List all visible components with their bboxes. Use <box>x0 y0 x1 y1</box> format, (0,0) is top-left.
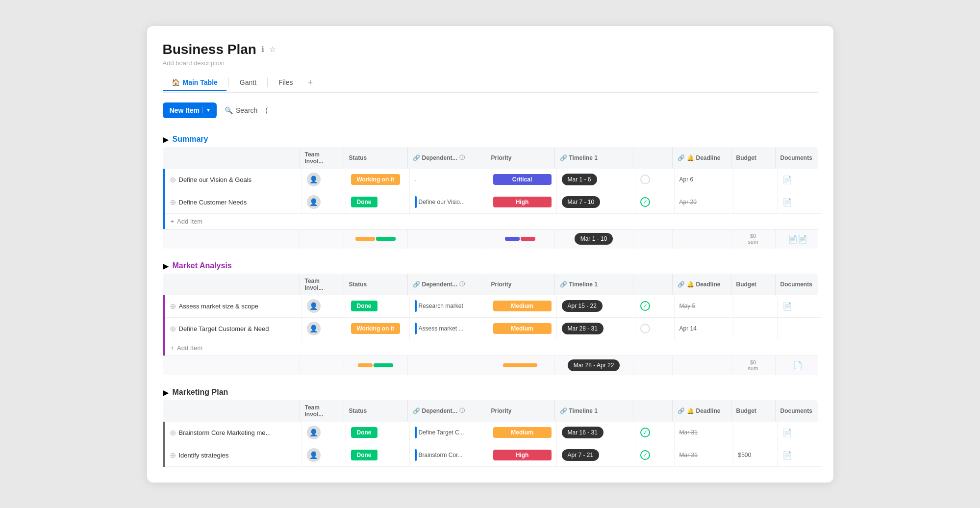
section-marketing-plan: ▶ Marketing Plan Team Invol... Status 🔗 … <box>163 383 818 467</box>
cell-check[interactable] <box>635 318 675 340</box>
priority-badge[interactable]: Critical <box>493 174 552 185</box>
priority-badge[interactable]: High <box>493 197 552 207</box>
doc-icon[interactable]: 📄 <box>782 302 792 311</box>
doc-icon[interactable]: 📄 <box>793 361 803 370</box>
cell-doc[interactable]: 📄 <box>778 295 822 317</box>
col-dep: 🔗 Dependent... ⓘ <box>408 147 486 169</box>
star-icon[interactable]: ☆ <box>269 45 276 54</box>
doc-icon[interactable]: 📄 <box>782 428 792 437</box>
cell-priority[interactable]: Critical <box>488 169 557 191</box>
cell-doc[interactable]: 📄 <box>778 444 822 466</box>
add-person-icon[interactable]: ⊕ <box>170 302 176 311</box>
doc-icon[interactable]: 📄 <box>782 175 792 184</box>
doc-icon[interactable]: 📄 <box>788 234 798 244</box>
tab-main-table[interactable]: 🏠 Main Table <box>163 75 226 91</box>
priority-badge[interactable]: Medium <box>493 301 552 311</box>
tab-add-button[interactable]: + <box>302 74 319 92</box>
status-badge[interactable]: Working on it <box>351 323 400 334</box>
add-person-icon[interactable]: ⊕ <box>170 451 176 460</box>
cell-status[interactable]: Working on it <box>346 169 410 191</box>
priority-badge[interactable]: High <box>493 450 552 460</box>
priority-badge[interactable]: Medium <box>493 427 552 438</box>
cell-timeline[interactable]: Mar 28 - 31 <box>557 318 635 340</box>
tab-files[interactable]: Files <box>270 75 302 91</box>
mini-bar <box>505 237 520 241</box>
col-team: Team Invol... <box>300 400 344 422</box>
table-row: ⊕ Define Target Customer & Need 👤 Workin… <box>163 318 818 340</box>
check-circle[interactable]: ✓ <box>640 197 650 207</box>
cell-timeline[interactable]: Apr 7 - 21 <box>557 444 635 466</box>
section-market-icon[interactable]: ▶ <box>163 261 169 271</box>
cell-budget <box>733 318 778 340</box>
cell-check[interactable] <box>635 169 675 191</box>
cell-check[interactable]: ✓ <box>635 422 675 444</box>
priority-badge[interactable]: Medium <box>493 323 552 334</box>
cell-status[interactable]: Done <box>346 191 410 213</box>
cell-deadline: Apr 6 <box>675 169 733 191</box>
col-deadline: 🔗 🔔 Deadline <box>673 274 731 295</box>
check-circle[interactable] <box>640 175 650 184</box>
section-summary-icon[interactable]: ▶ <box>163 135 169 144</box>
add-item-container: + Add Item <box>163 214 818 229</box>
market-summary-footer: Mar 28 - Apr 22 $0 sum 📄 <box>163 356 818 375</box>
cell-doc[interactable]: 📄 <box>778 191 822 213</box>
doc-icon-2[interactable]: 📄 <box>798 234 807 244</box>
link-icon-2: 🔗 <box>560 281 567 288</box>
mini-bar-group <box>358 363 393 367</box>
check-circle[interactable] <box>640 324 650 333</box>
cell-priority[interactable]: Medium <box>488 318 557 340</box>
summary-col-headers: Team Invol... Status 🔗 Dependent... ⓘ Pr… <box>163 147 818 169</box>
cell-status[interactable]: Working on it <box>346 318 410 340</box>
info-icon[interactable]: ℹ <box>261 45 264 54</box>
tab-gantt[interactable]: Gantt <box>231 75 265 91</box>
add-person-icon[interactable]: ⊕ <box>170 198 176 207</box>
col-check <box>633 274 673 295</box>
add-person-icon[interactable]: ⊕ <box>170 324 176 333</box>
summary-cell-docs: 📄 <box>776 356 820 375</box>
cell-priority[interactable]: High <box>488 444 557 466</box>
cell-priority[interactable]: High <box>488 191 557 213</box>
new-item-chevron: ▾ <box>202 107 210 113</box>
cell-status[interactable]: Done <box>346 295 410 317</box>
cell-priority[interactable]: Medium <box>488 422 557 444</box>
status-badge[interactable]: Done <box>351 450 377 460</box>
avatar: 👤 <box>307 173 321 186</box>
link-icon: 🔗 <box>413 281 420 288</box>
cell-check[interactable]: ✓ <box>635 295 675 317</box>
new-item-button[interactable]: New Item ▾ <box>163 102 217 118</box>
status-badge[interactable]: Working on it <box>351 174 400 185</box>
cell-doc[interactable]: 📄 <box>778 422 822 444</box>
cell-priority[interactable]: Medium <box>488 295 557 317</box>
board-description[interactable]: Add board description <box>163 59 818 67</box>
search-button[interactable]: 🔍 Search <box>225 106 257 114</box>
add-item-button[interactable]: + Add Item <box>165 340 818 356</box>
status-badge[interactable]: Done <box>351 197 377 207</box>
mini-bar <box>355 237 375 241</box>
doc-icon[interactable]: 📄 <box>782 198 792 207</box>
deadline-text: Apr 14 <box>679 325 697 332</box>
status-badge[interactable]: Done <box>351 301 377 311</box>
dep-bar <box>415 323 417 334</box>
cell-doc[interactable]: 📄 <box>778 169 822 191</box>
add-person-icon[interactable]: ⊕ <box>170 175 176 184</box>
add-person-icon[interactable]: ⊕ <box>170 428 176 437</box>
cell-timeline[interactable]: Mar 1 - 6 <box>557 169 635 191</box>
check-circle[interactable]: ✓ <box>640 450 650 460</box>
cell-timeline[interactable]: Mar 7 - 10 <box>557 191 635 213</box>
check-circle[interactable]: ✓ <box>640 428 650 437</box>
cell-check[interactable]: ✓ <box>635 191 675 213</box>
col-docs: Documents <box>776 400 820 422</box>
cell-check[interactable]: ✓ <box>635 444 675 466</box>
check-circle[interactable]: ✓ <box>640 301 650 311</box>
avatar: 👤 <box>307 426 321 439</box>
add-item-button[interactable]: + Add Item <box>165 214 818 229</box>
col-deadline: 🔗 🔔 Deadline <box>673 400 731 422</box>
doc-icon[interactable]: 📄 <box>782 451 792 460</box>
cell-status[interactable]: Done <box>346 422 410 444</box>
status-badge[interactable]: Done <box>351 427 377 438</box>
cell-status[interactable]: Done <box>346 444 410 466</box>
cell-timeline[interactable]: Mar 16 - 31 <box>557 422 635 444</box>
col-deadline: 🔗 🔔 Deadline <box>673 147 731 169</box>
section-marketing-icon[interactable]: ▶ <box>163 388 169 397</box>
cell-timeline[interactable]: Apr 15 - 22 <box>557 295 635 317</box>
